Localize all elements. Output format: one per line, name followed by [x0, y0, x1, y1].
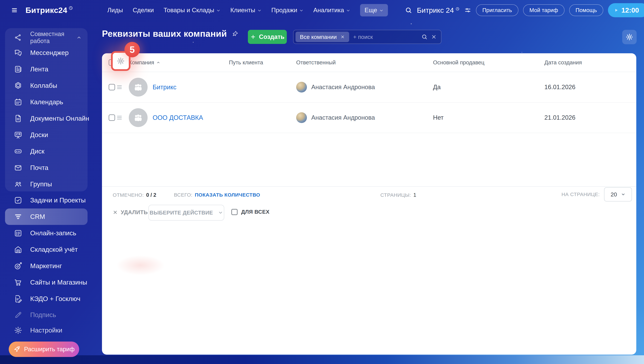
invite-button[interactable]: Пригласить: [476, 4, 518, 16]
nav-item-products[interactable]: Товары и Склады: [164, 7, 221, 14]
sidebar-item-sites-stores[interactable]: Сайты и Магазины: [5, 274, 88, 290]
sliders-icon[interactable]: [464, 7, 471, 14]
sidebar-item-label: Мессенджер: [30, 49, 69, 56]
my-plan-button[interactable]: Мой тариф: [523, 4, 564, 16]
grid-settings-button[interactable]: [622, 30, 636, 44]
responsible-name[interactable]: Анастасия Андронова: [311, 114, 375, 121]
filter-chip-all-companies[interactable]: Все компании: [296, 32, 349, 42]
pin-icon[interactable]: [232, 30, 239, 37]
chevron-down-icon: [379, 8, 384, 13]
sidebar-item-disk[interactable]: Диск: [5, 143, 88, 160]
portal-name-text: Битрикс 24: [417, 6, 454, 14]
clear-search-icon[interactable]: [431, 34, 437, 40]
nav-item-analytics[interactable]: Аналитика: [313, 7, 350, 14]
responsible-name[interactable]: Анастасия Андронова: [311, 84, 375, 91]
sidebar-group-title: Совместная работа: [30, 30, 77, 44]
nav-item-deals[interactable]: Сделки: [133, 7, 154, 14]
sidebar-item-marketing[interactable]: Маркетинг: [5, 258, 88, 274]
sidebar-item-feed[interactable]: Лента: [5, 61, 88, 78]
remove-filter-icon[interactable]: [340, 35, 345, 39]
per-page-select[interactable]: 20: [604, 187, 632, 202]
drag-handle-icon[interactable]: [116, 85, 123, 90]
timer-value: 12:00: [621, 6, 639, 14]
nav-label: Клиенты: [230, 7, 255, 14]
tutorial-step-badge: 5: [125, 42, 140, 57]
sidebar-item-online-booking[interactable]: Онлайн-запись: [5, 225, 88, 241]
show-count-link[interactable]: ПОКАЗАТЬ КОЛИЧЕСТВО: [195, 192, 260, 198]
drag-handle-icon[interactable]: [116, 115, 123, 120]
sidebar-item-tasks[interactable]: Задачи и Проекты: [5, 192, 88, 208]
avatar[interactable]: [296, 82, 307, 92]
sidebar-item-groups[interactable]: Группы: [5, 176, 88, 192]
column-header-responsible[interactable]: Ответственный: [296, 59, 433, 66]
avatar[interactable]: [296, 112, 307, 123]
sidebar-item-calendar[interactable]: Календарь: [5, 94, 88, 110]
company-link[interactable]: Битрикс: [153, 84, 176, 91]
company-link[interactable]: ООО ДОСТАВКА: [153, 114, 203, 121]
company-avatar[interactable]: [129, 78, 148, 96]
tutorial-step-number: 5: [130, 44, 135, 55]
create-button[interactable]: Создать: [248, 30, 287, 44]
sidebar-item-label: Задачи и Проекты: [30, 196, 86, 204]
warehouse-icon: [14, 245, 23, 254]
column-header-main-seller[interactable]: Основной продавец: [433, 59, 544, 66]
sidebar-item-crm[interactable]: CRM: [5, 208, 88, 225]
crm-funnel-icon: [14, 212, 23, 221]
nav-item-more[interactable]: Еще: [360, 4, 388, 16]
table-row-bitriks[interactable]: Битрикс Анастасия Андронова Да 16.01.202…: [102, 72, 636, 102]
chevron-up-icon[interactable]: [77, 35, 82, 40]
sidebar-group-collaboration[interactable]: Совместная работа: [5, 30, 88, 44]
nav-item-leads[interactable]: Лиды: [107, 7, 123, 14]
column-header-client-path[interactable]: Путь клиента: [229, 59, 296, 66]
bitrix24-logo[interactable]: Битрикс24: [26, 6, 73, 15]
nav-label: Товары и Склады: [164, 7, 214, 14]
for-all-label: ДЛЯ ВСЕХ: [241, 209, 270, 215]
for-all-toggle[interactable]: ДЛЯ ВСЕХ: [231, 209, 270, 215]
company-cell: Битрикс: [129, 78, 229, 96]
background-bottom-strip: [0, 355, 644, 364]
sidebar-item-label: Почта: [30, 164, 48, 172]
nav-item-clients[interactable]: Клиенты: [230, 7, 261, 14]
portal-name[interactable]: Битрикс 24: [417, 6, 459, 14]
sidebar-item-docs-online[interactable]: Документы Онлайн: [5, 110, 88, 127]
sidebar-item-label: Подпись: [30, 311, 56, 318]
search-icon[interactable]: [421, 34, 428, 40]
column-header-created[interactable]: Дата создания: [544, 59, 629, 66]
companies-table-card: Компания Путь клиента Ответственный Осно…: [102, 53, 636, 354]
logo-text: Битрикс24: [26, 6, 67, 15]
hamburger-menu-icon[interactable]: [11, 7, 19, 14]
search-icon[interactable]: [405, 6, 412, 14]
timer-button[interactable]: 12:00: [608, 3, 644, 17]
sidebar-item-settings[interactable]: Настройки: [5, 322, 88, 338]
row-checkbox[interactable]: [109, 114, 115, 121]
for-all-checkbox[interactable]: [231, 209, 238, 215]
company-avatar[interactable]: [129, 108, 148, 127]
nav-item-sales[interactable]: Продажи: [271, 7, 304, 14]
drive-icon: [14, 147, 23, 156]
sidebar-item-kedo[interactable]: КЭДО + Госключ: [5, 290, 88, 307]
nav-label: Аналитика: [313, 7, 344, 14]
sidebar-item-messenger[interactable]: Мессенджер: [5, 44, 88, 61]
sidebar-item-label: Маркетинг: [30, 262, 62, 270]
upgrade-plan-button[interactable]: Расширить тариф: [9, 342, 79, 357]
sidebar-item-label: Настройки: [30, 327, 62, 334]
sidebar-item-signature[interactable]: Подпись: [5, 307, 88, 323]
delete-button[interactable]: УДАЛИТЬ: [113, 209, 148, 216]
sidebar-item-boards[interactable]: Доски: [5, 127, 88, 143]
table-row-ooo-dostavka[interactable]: ООО ДОСТАВКА Анастасия Андронова Нет 21.…: [102, 102, 636, 133]
pages-value: 1: [413, 192, 416, 198]
filter-chip-label: Все компании: [300, 34, 337, 40]
nav-label: Еще: [364, 7, 377, 14]
page-header: Реквизиты ваших компаний: [102, 28, 239, 39]
choose-action-label: ВЫБЕРИТЕ ДЕЙСТВИЕ: [150, 210, 213, 216]
help-label: Помощь: [575, 7, 597, 14]
sidebar-item-collabs[interactable]: Коллабы: [5, 78, 88, 94]
sidebar: Совместная работа Мессенджер Лента Колла…: [0, 20, 94, 364]
column-header-company[interactable]: Компания: [129, 59, 229, 66]
sidebar-item-mail[interactable]: Почта: [5, 160, 88, 176]
row-checkbox[interactable]: [109, 84, 115, 90]
sidebar-item-warehouse[interactable]: Складской учёт: [5, 241, 88, 258]
filter-search-bar[interactable]: Все компании + поиск: [293, 30, 441, 44]
choose-action-dropdown[interactable]: ВЫБЕРИТЕ ДЕЙСТВИЕ: [148, 205, 224, 220]
help-button[interactable]: Помощь: [569, 4, 603, 16]
